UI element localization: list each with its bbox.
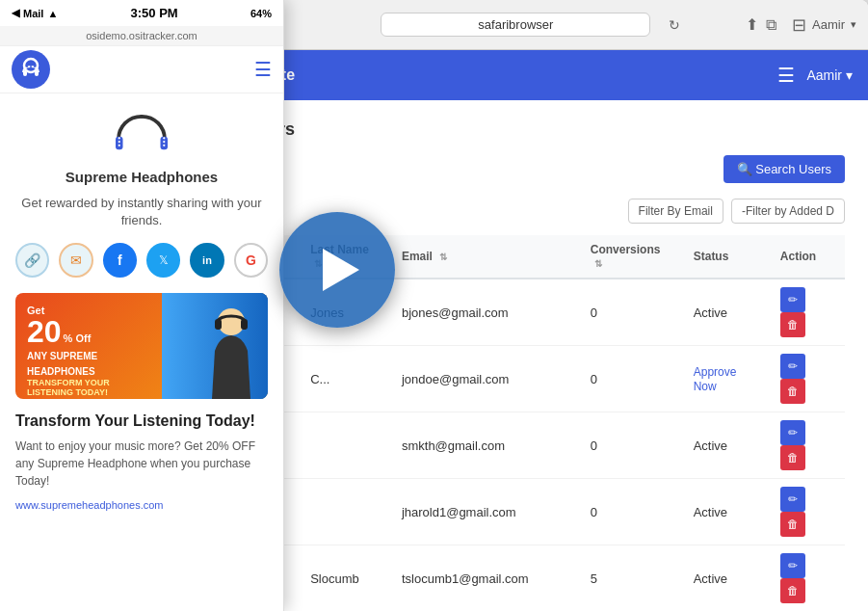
th-email: Email ⇅ xyxy=(392,235,581,279)
svg-point-7 xyxy=(30,66,32,67)
td-action: ✏ 🗑 xyxy=(771,279,845,346)
phone-brand-name: Supreme Headphones xyxy=(15,169,268,185)
share-link-icon[interactable]: 🔗 xyxy=(15,243,49,278)
sort-icon-email[interactable]: ⇅ xyxy=(439,252,447,262)
td-conversions: 0 xyxy=(581,412,684,479)
td-last-name: Slocumb xyxy=(301,545,392,612)
th-action: Action xyxy=(771,235,845,279)
svg-point-13 xyxy=(118,145,120,146)
user-name: Aamir xyxy=(812,17,845,32)
td-status: Active xyxy=(684,412,771,479)
headphone-svg xyxy=(17,56,44,83)
edit-button-0[interactable]: ✏ xyxy=(780,287,805,312)
td-conversions: 5 xyxy=(581,545,684,612)
phone-status-bar: ◀ Mail ▲ 3:50 PM 64% xyxy=(0,0,283,26)
phone-nav-bar: ☰ xyxy=(0,46,283,93)
svg-point-14 xyxy=(163,137,165,139)
delete-button-2[interactable]: 🗑 xyxy=(780,445,805,470)
filter-email-button[interactable]: Filter By Email xyxy=(628,199,723,224)
svg-point-3 xyxy=(26,63,28,65)
share-twitter-icon[interactable]: 𝕏 xyxy=(146,243,180,278)
promo-percent: 20 xyxy=(27,316,62,347)
header-user-chevron: ▾ xyxy=(846,67,853,83)
td-last-name: C... xyxy=(301,346,392,412)
status-text: Active xyxy=(694,438,727,453)
phone-section-title: Transform Your Listening Today! xyxy=(15,412,268,430)
td-status: Active xyxy=(684,279,771,346)
td-email: bjones@gmail.com xyxy=(392,279,581,346)
delete-button-4[interactable]: 🗑 xyxy=(780,578,805,603)
header-username: Aamir xyxy=(806,67,842,83)
td-email: smkth@gmail.com xyxy=(392,412,581,479)
share-icons-row: 🔗 ✉ f 𝕏 in G xyxy=(15,243,268,278)
promo-illustration xyxy=(162,293,268,399)
battery-text: 64% xyxy=(250,8,272,19)
sort-icon-conv[interactable]: ⇅ xyxy=(594,258,602,269)
td-conversions: 0 xyxy=(581,346,684,412)
hamburger-button[interactable]: ☰ xyxy=(254,58,272,81)
promo-image xyxy=(162,293,268,399)
video-play-button[interactable] xyxy=(279,212,395,328)
refresh-button[interactable]: ↻ xyxy=(669,17,680,33)
phone-logo-img xyxy=(12,50,50,89)
address-bar-container: safaribrowser ↻ xyxy=(294,13,738,37)
td-email: jharold1@gmail.com xyxy=(392,479,581,545)
share-button[interactable]: ⬆ xyxy=(746,15,758,34)
promo-banner: Get 20 % Off ANY SUPREME HEADPHONES TRAN… xyxy=(15,293,268,399)
new-tab-button[interactable]: ⧉ xyxy=(766,15,776,34)
svg-point-18 xyxy=(218,308,245,335)
td-action: ✏ 🗑 xyxy=(771,479,845,545)
share-email-icon[interactable]: ✉ xyxy=(59,243,92,278)
phone-logo xyxy=(12,50,50,89)
td-action: ✏ 🗑 xyxy=(771,412,845,479)
status-right: 64% xyxy=(250,8,272,19)
promo-item-line1: ANY SUPREME xyxy=(27,351,150,362)
delete-button-3[interactable]: 🗑 xyxy=(780,512,805,537)
share-google-icon[interactable]: G xyxy=(234,243,268,278)
promo-off: % Off xyxy=(64,332,92,344)
phone-website-link[interactable]: www.supremeheadphones.com xyxy=(15,499,268,511)
phone-url-bar: osidemo.ositracker.com xyxy=(0,26,283,46)
address-bar[interactable]: safaribrowser xyxy=(381,13,650,37)
phone-section-desc: Want to enjoy your music more? Get 20% O… xyxy=(15,438,268,490)
td-conversions: 0 xyxy=(581,479,684,545)
promo-item-line2: HEADPHONES xyxy=(27,366,150,378)
th-conversions: Conversions ⇅ xyxy=(581,235,684,279)
edit-button-4[interactable]: ✏ xyxy=(780,553,805,578)
phone-content: Supreme Headphones Get rewarded by insta… xyxy=(0,93,283,611)
status-link[interactable]: Approve Now xyxy=(694,365,737,393)
edit-button-1[interactable]: ✏ xyxy=(780,354,805,379)
status-text: Active xyxy=(694,306,727,320)
filter-added-button[interactable]: -Filter by Added D xyxy=(731,199,845,224)
delete-button-1[interactable]: 🗑 xyxy=(780,379,805,404)
phone-url-text: osidemo.ositracker.com xyxy=(86,30,197,41)
sidebar-icon[interactable]: ⊟ xyxy=(792,14,806,36)
th-status: Status xyxy=(684,235,771,279)
promo-text-block: Get 20 % Off ANY SUPREME HEADPHONES TRAN… xyxy=(15,293,162,399)
svg-rect-20 xyxy=(241,319,248,330)
share-linkedin-icon[interactable]: in xyxy=(190,243,224,278)
carrier-icon: ◀ xyxy=(12,7,19,19)
search-users-button[interactable]: 🔍 Search Users xyxy=(723,155,845,183)
edit-button-2[interactable]: ✏ xyxy=(780,420,805,445)
svg-point-6 xyxy=(26,66,28,67)
td-status: Active xyxy=(684,545,771,612)
svg-point-11 xyxy=(118,137,120,139)
edit-button-3[interactable]: ✏ xyxy=(780,487,805,512)
status-left: ◀ Mail ▲ xyxy=(12,7,58,19)
brand-headphone-logo xyxy=(113,107,171,165)
svg-point-8 xyxy=(34,66,36,67)
app-hamburger-button[interactable]: ☰ xyxy=(777,64,795,87)
status-text: Active xyxy=(694,571,727,586)
header-user[interactable]: Aamir ▾ xyxy=(806,67,853,83)
share-facebook-icon[interactable]: f xyxy=(103,243,137,278)
td-conversions: 0 xyxy=(581,279,684,346)
td-email: jondoe@gmail.com xyxy=(392,346,581,412)
svg-point-16 xyxy=(163,145,165,146)
phone-headphone-logo-container xyxy=(15,107,268,165)
svg-point-15 xyxy=(163,141,165,143)
svg-point-4 xyxy=(30,63,32,65)
delete-button-0[interactable]: 🗑 xyxy=(780,312,805,337)
promo-cta: TRANSFORM YOUR LISTENING TODAY! xyxy=(27,378,150,397)
play-icon xyxy=(323,249,359,291)
